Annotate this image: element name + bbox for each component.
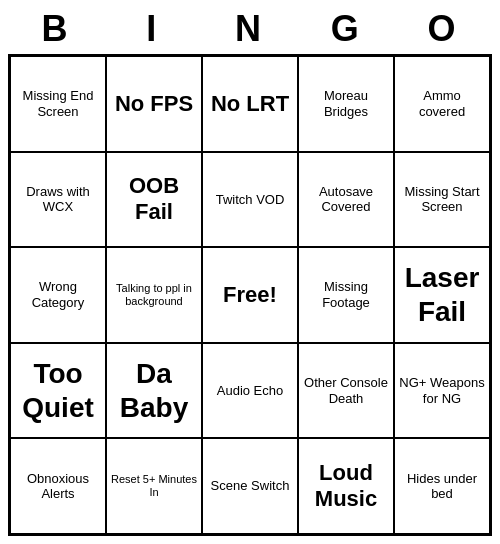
bingo-cell-18[interactable]: Other Console Death: [298, 343, 394, 439]
bingo-cell-13[interactable]: Missing Footage: [298, 247, 394, 343]
bingo-cell-14[interactable]: Laser Fail: [394, 247, 490, 343]
bingo-cell-20[interactable]: Obnoxious Alerts: [10, 438, 106, 534]
bingo-cell-15[interactable]: Too Quiet: [10, 343, 106, 439]
bingo-cell-23[interactable]: Loud Music: [298, 438, 394, 534]
bingo-cell-4[interactable]: Ammo covered: [394, 56, 490, 152]
bingo-cell-24[interactable]: Hides under bed: [394, 438, 490, 534]
bingo-cell-22[interactable]: Scene Switch: [202, 438, 298, 534]
bingo-cell-0[interactable]: Missing End Screen: [10, 56, 106, 152]
bingo-grid: Missing End ScreenNo FPSNo LRTMoreau Bri…: [8, 54, 492, 536]
bingo-cell-6[interactable]: OOB Fail: [106, 152, 202, 248]
title-g: G: [298, 8, 395, 50]
bingo-cell-5[interactable]: Draws with WCX: [10, 152, 106, 248]
bingo-cell-9[interactable]: Missing Start Screen: [394, 152, 490, 248]
bingo-cell-19[interactable]: NG+ Weapons for NG: [394, 343, 490, 439]
title-n: N: [202, 8, 299, 50]
bingo-cell-21[interactable]: Reset 5+ Minutes In: [106, 438, 202, 534]
bingo-cell-17[interactable]: Audio Echo: [202, 343, 298, 439]
bingo-cell-3[interactable]: Moreau Bridges: [298, 56, 394, 152]
bingo-cell-7[interactable]: Twitch VOD: [202, 152, 298, 248]
bingo-title: B I N G O: [8, 8, 492, 50]
title-o: O: [395, 8, 492, 50]
bingo-cell-8[interactable]: Autosave Covered: [298, 152, 394, 248]
title-i: I: [105, 8, 202, 50]
bingo-cell-16[interactable]: Da Baby: [106, 343, 202, 439]
bingo-cell-1[interactable]: No FPS: [106, 56, 202, 152]
bingo-cell-12[interactable]: Free!: [202, 247, 298, 343]
bingo-cell-11[interactable]: Talking to ppl in background: [106, 247, 202, 343]
title-b: B: [8, 8, 105, 50]
bingo-cell-2[interactable]: No LRT: [202, 56, 298, 152]
bingo-cell-10[interactable]: Wrong Category: [10, 247, 106, 343]
